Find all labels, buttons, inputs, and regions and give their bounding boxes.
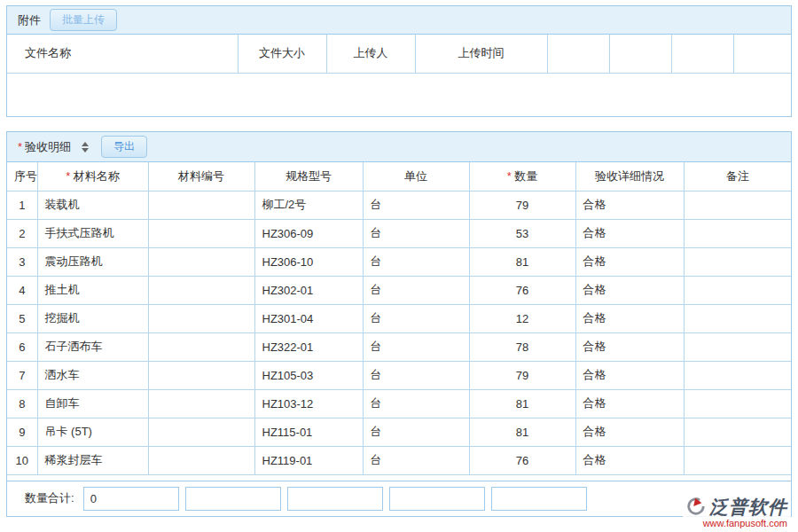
attachment-header-row: 文件名称文件大小上传人上传时间 — [7, 35, 791, 73]
cell: 洒水车 — [37, 361, 148, 389]
sort-icon[interactable] — [82, 142, 89, 153]
cell — [684, 276, 791, 304]
sort-down-arrow-icon — [82, 148, 89, 153]
cell: 震动压路机 — [37, 247, 148, 276]
column-header — [547, 35, 609, 73]
export-button[interactable]: 导出 — [101, 136, 147, 158]
required-mark: * — [66, 169, 74, 183]
attachment-panel: 附件 批量上传 文件名称文件大小上传人上传时间 — [6, 5, 792, 117]
cell: 吊卡 (5T) — [37, 418, 148, 446]
acceptance-table: 序号* 材料名称材料编号规格型号单位* 数量验收详细情况备注 1装载机柳工/2号… — [7, 162, 791, 475]
cell — [148, 219, 254, 247]
column-header: 文件大小 — [238, 35, 326, 73]
table-row[interactable]: 6石子洒布车HZ322-01台78合格 — [7, 332, 791, 361]
cell: 10 — [7, 446, 37, 474]
attachment-title: 附件 — [18, 12, 41, 28]
cell: 合格 — [575, 361, 684, 389]
fanpu-url: www.fanpusoft.com — [686, 518, 787, 528]
column-header: 备注 — [684, 162, 791, 191]
column-header: * 数量 — [469, 162, 575, 191]
table-row[interactable]: 5挖掘机HZ301-04台12合格 — [7, 304, 791, 332]
cell: HZ306-09 — [254, 219, 363, 247]
cell: 台 — [363, 389, 469, 418]
cell — [148, 276, 254, 304]
column-header: * 材料名称 — [37, 162, 148, 191]
sort-up-arrow-icon — [82, 142, 89, 146]
summary-field[interactable] — [287, 487, 383, 511]
cell: 稀浆封层车 — [37, 446, 148, 474]
cell: HZ301-04 — [254, 304, 363, 332]
column-header: 材料编号 — [148, 162, 254, 191]
cell: 81 — [469, 247, 575, 276]
cell — [148, 361, 254, 389]
column-header: 序号 — [7, 162, 37, 191]
cell — [148, 304, 254, 332]
column-header: 规格型号 — [254, 162, 363, 191]
cell: HZ115-01 — [254, 418, 363, 446]
table-row[interactable]: 3震动压路机HZ306-10台81合格 — [7, 247, 791, 276]
cell: 3 — [7, 247, 37, 276]
cell: 6 — [7, 332, 37, 361]
cell: HZ103-12 — [254, 389, 363, 418]
cell: 1 — [7, 191, 37, 219]
attachment-empty-cell — [7, 73, 791, 116]
summary-field[interactable] — [389, 487, 485, 511]
cell: 76 — [469, 446, 575, 474]
cell — [684, 389, 791, 418]
cell — [684, 247, 791, 276]
cell: 台 — [363, 276, 469, 304]
table-row[interactable]: 9吊卡 (5T)HZ115-01台81合格 — [7, 418, 791, 446]
cell: 合格 — [575, 389, 684, 418]
summary-fields: 0 — [83, 487, 593, 511]
cell: 台 — [363, 191, 469, 219]
cell: 合格 — [575, 304, 684, 332]
attachment-panel-header: 附件 批量上传 — [7, 6, 791, 35]
table-row[interactable]: 4推土机HZ302-01台76合格 — [7, 276, 791, 304]
cell: 合格 — [575, 247, 684, 276]
table-row[interactable]: 8自卸车HZ103-12台81合格 — [7, 389, 791, 418]
cell — [684, 304, 791, 332]
acceptance-title: *验收明细 — [18, 139, 71, 155]
cell: 台 — [363, 219, 469, 247]
cell: 4 — [7, 276, 37, 304]
cell: 合格 — [575, 332, 684, 361]
cell: 12 — [469, 304, 575, 332]
table-row[interactable]: 7洒水车HZ105-03台79合格 — [7, 361, 791, 389]
table-row[interactable]: 10稀浆封层车HZ119-01台76合格 — [7, 446, 791, 474]
attachment-table: 文件名称文件大小上传人上传时间 — [7, 35, 791, 116]
cell: 53 — [469, 219, 575, 247]
cell: 推土机 — [37, 276, 148, 304]
column-header: 单位 — [363, 162, 469, 191]
acceptance-panel-header: *验收明细 导出 — [7, 132, 791, 162]
cell — [684, 361, 791, 389]
table-row[interactable]: 1装载机柳工/2号台79合格 — [7, 191, 791, 219]
cell — [684, 418, 791, 446]
cell — [148, 418, 254, 446]
cell: 石子洒布车 — [37, 332, 148, 361]
summary-field[interactable] — [185, 487, 281, 511]
summary-field[interactable] — [491, 487, 587, 511]
cell — [148, 332, 254, 361]
cell — [148, 247, 254, 276]
cell: 79 — [469, 361, 575, 389]
column-header — [671, 35, 733, 73]
cell: HZ105-03 — [254, 361, 363, 389]
table-row[interactable]: 2手扶式压路机HZ306-09台53合格 — [7, 219, 791, 247]
quantity-total-label: 数量合计: — [25, 490, 74, 506]
summary-field[interactable]: 0 — [83, 487, 179, 511]
fanpu-brand-text: 泛普软件 — [709, 495, 787, 520]
column-header — [733, 35, 791, 73]
cell: HZ306-10 — [254, 247, 363, 276]
cell: 81 — [469, 389, 575, 418]
cell: 9 — [7, 418, 37, 446]
cell: 合格 — [575, 276, 684, 304]
cell: 装载机 — [37, 191, 148, 219]
attachment-empty-row — [7, 73, 791, 116]
cell: 76 — [469, 276, 575, 304]
column-header: 上传人 — [326, 35, 415, 73]
batch-upload-button[interactable]: 批量上传 — [50, 9, 117, 31]
cell: 7 — [7, 361, 37, 389]
cell: 台 — [363, 247, 469, 276]
cell: 挖掘机 — [37, 304, 148, 332]
cell: 台 — [363, 446, 469, 474]
